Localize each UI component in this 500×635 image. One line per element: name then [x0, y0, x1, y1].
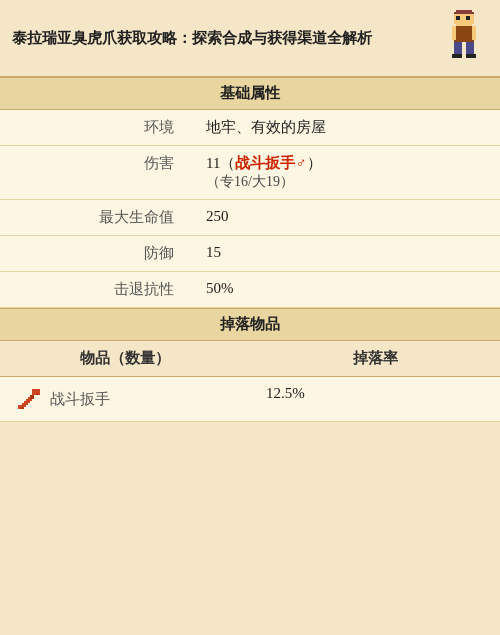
damage-link[interactable]: 战斗扳手♂	[235, 155, 306, 171]
table-row: 最大生命值 250	[0, 200, 500, 236]
drop-row: 战斗扳手 12.5%	[0, 377, 500, 422]
wrench-icon	[16, 385, 44, 413]
knockback-label: 击退抗性	[0, 272, 190, 308]
hp-value: 250	[190, 200, 500, 236]
svg-rect-22	[32, 389, 36, 391]
drops-column-headers: 物品（数量） 掉落率	[0, 341, 500, 377]
svg-rect-25	[18, 405, 22, 409]
knockback-value: 50%	[190, 272, 500, 308]
svg-rect-7	[472, 26, 476, 40]
svg-rect-10	[452, 54, 462, 58]
damage-value: 11（战斗扳手♂）（专16/大19）	[190, 146, 500, 200]
svg-rect-2	[472, 14, 474, 24]
svg-rect-8	[454, 42, 462, 56]
table-row: 环境 地牢、有效的房屋	[0, 110, 500, 146]
basic-stats-header: 基础属性	[0, 77, 500, 110]
svg-rect-3	[456, 16, 460, 20]
hp-label: 最大生命值	[0, 200, 190, 236]
page-header: 泰拉瑞亚臭虎爪获取攻略：探索合成与获得渠道全解析	[0, 0, 500, 77]
svg-rect-19	[30, 395, 34, 399]
svg-rect-5	[454, 26, 474, 42]
table-row: 伤害 11（战斗扳手♂）（专16/大19）	[0, 146, 500, 200]
svg-rect-6	[452, 26, 456, 40]
character-sprite	[440, 10, 488, 66]
table-row: 防御 15	[0, 236, 500, 272]
table-row: 击退抗性 50%	[0, 272, 500, 308]
svg-rect-1	[454, 14, 456, 24]
svg-rect-9	[466, 42, 474, 56]
basic-stats-table: 环境 地牢、有效的房屋 伤害 11（战斗扳手♂）（专16/大19） 最大生命值 …	[0, 110, 500, 308]
damage-sub: （专16/大19）	[206, 174, 294, 189]
svg-rect-23	[36, 393, 38, 395]
col-item-header: 物品（数量）	[0, 341, 250, 377]
col-rate-header: 掉落率	[250, 341, 500, 377]
svg-rect-13	[454, 12, 474, 14]
defense-label: 防御	[0, 236, 190, 272]
drop-item-name[interactable]: 战斗扳手	[50, 390, 110, 409]
env-value: 地牢、有效的房屋	[190, 110, 500, 146]
damage-label: 伤害	[0, 146, 190, 200]
env-label: 环境	[0, 110, 190, 146]
drops-header: 掉落物品	[0, 308, 500, 341]
svg-rect-4	[466, 16, 470, 20]
defense-value: 15	[190, 236, 500, 272]
drop-rate: 12.5%	[250, 377, 500, 422]
page-title: 泰拉瑞亚臭虎爪获取攻略：探索合成与获得渠道全解析	[12, 28, 430, 49]
drops-table: 物品（数量） 掉落率	[0, 341, 500, 422]
svg-rect-11	[466, 54, 476, 58]
drop-item-cell: 战斗扳手	[0, 377, 250, 422]
